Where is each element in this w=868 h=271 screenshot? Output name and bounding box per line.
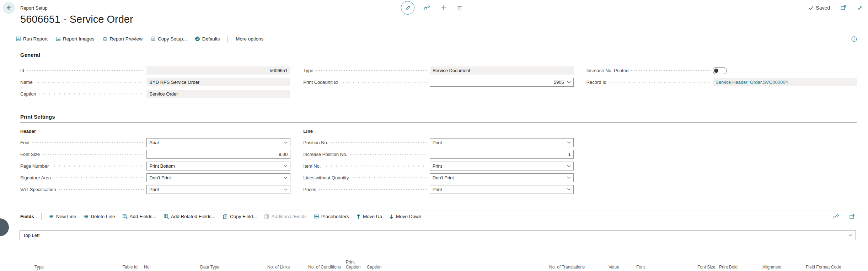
side-panel-handle[interactable] bbox=[0, 218, 9, 236]
report-images-button[interactable]: Report Images bbox=[55, 36, 95, 42]
delete-button[interactable] bbox=[456, 5, 463, 11]
app-caption: Report Setup bbox=[20, 5, 48, 11]
additional-fields-button[interactable]: Additional Fields bbox=[264, 214, 307, 219]
new-line-button[interactable]: New Line bbox=[49, 214, 76, 219]
back-arrow-icon bbox=[6, 5, 12, 11]
general-form: Id 5606651 Type Service Document Increas… bbox=[20, 66, 857, 102]
header-group-title: Header bbox=[20, 129, 290, 136]
column-header[interactable]: No. of Conditions bbox=[308, 265, 341, 270]
defaults-button[interactable]: Defaults bbox=[195, 36, 220, 42]
column-header[interactable]: Font Size bbox=[697, 265, 716, 270]
info-button[interactable] bbox=[851, 36, 857, 42]
save-status: Saved bbox=[809, 5, 830, 11]
field-lines-without-quantity: Lines without Quantity Don't Print bbox=[303, 174, 573, 182]
run-report-button[interactable]: Run Report bbox=[16, 36, 48, 42]
field-position-select[interactable]: Top Left bbox=[20, 231, 856, 240]
add-related-fields-button[interactable]: Add Related Fields... bbox=[164, 214, 215, 219]
share-button[interactable] bbox=[424, 4, 431, 11]
column-header[interactable]: Print Caption bbox=[346, 260, 365, 270]
preview-icon bbox=[102, 36, 108, 42]
column-header[interactable]: Field Format Code bbox=[806, 265, 841, 270]
open-in-window-button[interactable] bbox=[840, 4, 847, 11]
column-header[interactable]: No. bbox=[144, 265, 151, 270]
field-increase-position-no: Increase Position No. 1 bbox=[303, 150, 573, 158]
collapse-button[interactable] bbox=[857, 5, 863, 11]
move-up-button[interactable]: Move Up bbox=[356, 214, 382, 219]
record-id-link[interactable]: Service Header: Order,SVO000004 bbox=[716, 80, 788, 85]
signature-area-select[interactable]: Don't Print bbox=[146, 173, 290, 182]
check-icon bbox=[809, 5, 814, 10]
chevron-down-icon[interactable] bbox=[284, 141, 288, 144]
print-codeunit-input[interactable]: 5905 bbox=[430, 78, 574, 87]
copy-setup-button[interactable]: Copy Setup... bbox=[150, 36, 187, 42]
font-size-input[interactable]: 8,00 bbox=[146, 150, 290, 159]
lines-without-quantity-select[interactable]: Don't Print bbox=[430, 173, 574, 182]
share-list-button[interactable] bbox=[833, 213, 840, 220]
column-header[interactable]: Print Bold bbox=[719, 265, 738, 270]
caption-value: Service Order bbox=[146, 90, 290, 98]
delete-line-button[interactable]: Delete Line bbox=[83, 214, 115, 219]
copy-icon bbox=[150, 36, 156, 42]
increase-no-printed-toggle[interactable] bbox=[713, 67, 727, 74]
image-icon bbox=[55, 36, 61, 42]
new-button[interactable] bbox=[440, 4, 447, 11]
item-no-select[interactable]: Print bbox=[430, 162, 574, 170]
column-header[interactable]: No. of Links bbox=[267, 265, 290, 270]
chevron-down-icon[interactable] bbox=[848, 234, 852, 237]
prices-select[interactable]: Print bbox=[430, 185, 574, 194]
vat-specification-select[interactable]: Print bbox=[146, 185, 290, 194]
field-signature-area: Signature Area Don't Print bbox=[20, 174, 290, 182]
chevron-down-icon[interactable] bbox=[567, 81, 571, 83]
run-report-icon bbox=[16, 36, 21, 42]
header-group: Header Font Arial Font Size 8,00 Page Nu… bbox=[20, 129, 290, 197]
record-actions bbox=[401, 1, 463, 15]
delete-line-icon bbox=[83, 214, 89, 219]
edit-button[interactable] bbox=[401, 1, 414, 15]
chevron-down-icon[interactable] bbox=[567, 177, 571, 179]
page-number-select[interactable]: Print Bottom bbox=[146, 162, 290, 170]
print-settings-section-title: Print Settings bbox=[20, 114, 55, 120]
field-print-codeunit-id: Print Codeunit Id 5905 bbox=[303, 78, 573, 86]
general-section-title: General bbox=[20, 52, 40, 58]
chevron-down-icon[interactable] bbox=[567, 188, 571, 191]
field-page-number: Page Number Print Bottom bbox=[20, 162, 290, 170]
additional-fields-icon bbox=[264, 214, 269, 219]
column-header[interactable]: No. of Translations bbox=[549, 265, 585, 270]
column-header[interactable]: Caption bbox=[367, 265, 381, 270]
chevron-down-icon[interactable] bbox=[284, 177, 288, 179]
add-related-fields-icon bbox=[164, 214, 169, 219]
more-options-button[interactable]: More options bbox=[236, 36, 263, 42]
field-name: Name BYD RPS Service Order bbox=[20, 78, 290, 86]
pencil-icon bbox=[405, 5, 411, 11]
column-header[interactable]: Type bbox=[34, 265, 44, 270]
column-header[interactable]: Value bbox=[609, 265, 619, 270]
field-vat-specification: VAT Specification Print bbox=[20, 185, 290, 194]
chevron-down-icon[interactable] bbox=[567, 141, 571, 144]
expand-list-button[interactable] bbox=[849, 213, 855, 220]
chevron-down-icon[interactable] bbox=[284, 165, 288, 167]
column-header[interactable]: Table Id bbox=[123, 265, 138, 270]
action-bar: Run Report Report Images Report Preview … bbox=[14, 33, 857, 45]
column-header[interactable]: Alignment bbox=[762, 265, 781, 270]
field-font: Font Arial bbox=[20, 139, 290, 147]
add-fields-button[interactable]: Add Fields... bbox=[122, 214, 156, 219]
chevron-down-icon[interactable] bbox=[567, 165, 571, 167]
field-record-id: Record Id Service Header: Order,SVO00000… bbox=[586, 78, 857, 86]
field-increase-no-printed: Increase No. Printed bbox=[586, 66, 857, 75]
chevron-down-icon[interactable] bbox=[284, 188, 288, 191]
column-header[interactable]: Font bbox=[636, 265, 645, 270]
copy-field-button[interactable]: Copy Field... bbox=[223, 214, 257, 219]
font-select[interactable]: Arial bbox=[146, 138, 290, 147]
field-position-no: Position No. Print bbox=[303, 139, 573, 147]
back-button[interactable] bbox=[3, 2, 15, 14]
placeholders-button[interactable]: Placeholders bbox=[314, 214, 349, 219]
fields-toolbar: Fields New Line Delete Line Add Fields..… bbox=[14, 211, 857, 222]
print-settings-section-rule bbox=[20, 123, 857, 123]
increase-position-no-input[interactable]: 1 bbox=[430, 150, 574, 159]
report-preview-button[interactable]: Report Preview bbox=[102, 36, 143, 42]
arrow-down-icon bbox=[389, 214, 394, 219]
toolbar-divider bbox=[227, 36, 228, 43]
position-no-select[interactable]: Print bbox=[430, 138, 574, 147]
column-header[interactable]: Data Type bbox=[200, 265, 219, 270]
move-down-button[interactable]: Move Down bbox=[389, 214, 421, 219]
